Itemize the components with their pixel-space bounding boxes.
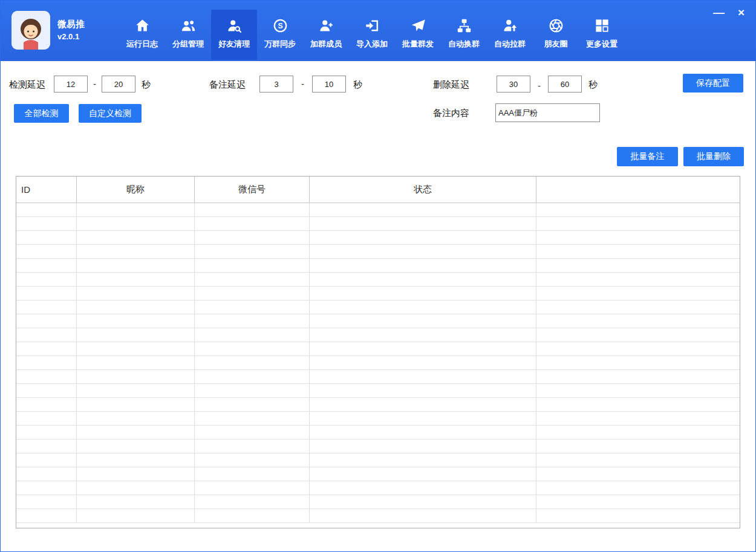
table-cell [195, 259, 310, 272]
table-cell [536, 426, 740, 439]
table-cell [310, 314, 536, 328]
table-cell [536, 300, 740, 314]
table-cell [16, 259, 77, 272]
delete-delay-label: 删除延迟 [433, 79, 469, 91]
app-window: 微易推 v2.0.1 — × 运行日志 分组管理 [0, 0, 756, 552]
friend-table-body [16, 203, 740, 523]
table-cell [16, 495, 77, 508]
table-cell [310, 384, 536, 397]
table-cell [310, 287, 536, 300]
nav-item-run-log[interactable]: 运行日志 [119, 10, 165, 60]
remark-content-input[interactable] [495, 103, 600, 122]
table-row [16, 342, 740, 356]
table-cell [16, 440, 77, 453]
table-row [16, 300, 740, 314]
nav-item-batch-send[interactable]: 批量群发 [395, 10, 441, 60]
table-cell [195, 287, 310, 300]
table-cell [310, 203, 536, 216]
table-cell [195, 300, 310, 314]
table-cell [77, 495, 195, 508]
remark-delay-label: 备注延迟 [209, 79, 246, 91]
users-icon [180, 18, 197, 34]
delete-delay-min-input[interactable] [497, 76, 530, 93]
detect-delay-label: 检测延迟 [9, 79, 45, 91]
nav-item-auto-switch-group[interactable]: 自动换群 [441, 10, 487, 60]
user-up-icon [502, 18, 518, 34]
table-cell [195, 481, 310, 495]
table-row [16, 245, 740, 259]
table-cell [310, 370, 536, 383]
nav-item-group-sync[interactable]: S 万群同步 [257, 10, 303, 60]
remark-delay-min-input[interactable] [259, 76, 293, 93]
batch-remark-button[interactable]: 批量备注 [617, 147, 678, 166]
nav-item-group-management[interactable]: 分组管理 [165, 10, 211, 60]
table-cell [310, 231, 536, 244]
home-icon [134, 18, 151, 34]
nav-item-moments[interactable]: 朋友圈 [533, 10, 579, 60]
table-cell [77, 203, 195, 216]
table-row [16, 453, 740, 467]
table-cell [536, 370, 740, 383]
detect-delay-unit: 秒 [142, 79, 151, 91]
nav-label: 运行日志 [126, 39, 158, 50]
table-cell [77, 245, 195, 258]
remark-delay-max-input[interactable] [312, 76, 346, 93]
table-cell [77, 300, 195, 314]
table-row [16, 384, 740, 398]
table-row [16, 495, 740, 509]
table-cell [536, 453, 740, 467]
app-title: 微易推 [57, 19, 85, 30]
nav-item-add-group-member[interactable]: 加群成员 [303, 10, 349, 60]
delete-delay-separator: - [538, 80, 541, 91]
save-config-button[interactable]: 保存配置 [683, 74, 743, 93]
detect-delay-separator: - [93, 79, 96, 89]
batch-delete-button[interactable]: 批量删除 [683, 147, 744, 166]
table-cell [16, 273, 77, 286]
table-cell [195, 217, 310, 230]
table-cell [16, 300, 77, 314]
table-cell [77, 440, 195, 453]
custom-check-button[interactable]: 自定义检测 [79, 104, 142, 123]
table-cell [536, 287, 740, 300]
table-cell [195, 509, 310, 522]
table-cell [536, 203, 740, 216]
table-cell [77, 356, 195, 369]
table-row [16, 314, 740, 328]
nav-label: 加群成员 [310, 39, 342, 50]
nav-item-auto-pull-group[interactable]: 自动拉群 [487, 10, 533, 60]
table-cell [77, 273, 195, 286]
table-cell [77, 398, 195, 411]
nav-item-more-settings[interactable]: 更多设置 [579, 10, 625, 60]
table-cell [77, 342, 195, 356]
nav-label: 好友清理 [218, 39, 250, 50]
table-cell [536, 259, 740, 272]
nav-label: 万群同步 [264, 39, 296, 50]
detect-delay-min-input[interactable] [54, 76, 88, 93]
minimize-button[interactable]: — [713, 7, 725, 18]
table-cell [310, 495, 536, 508]
table-cell [16, 481, 77, 495]
check-all-button[interactable]: 全部检测 [14, 104, 69, 123]
delete-delay-max-input[interactable] [548, 76, 582, 93]
nav-label: 更多设置 [586, 39, 618, 50]
table-cell [77, 314, 195, 328]
table-row [16, 259, 740, 273]
table-row [16, 509, 740, 523]
table-cell [16, 245, 77, 258]
table-cell [536, 273, 740, 286]
friend-table: ID 昵称 微信号 状态 [16, 176, 740, 528]
table-row [16, 412, 740, 426]
table-cell [195, 398, 310, 411]
app-version: v2.0.1 [57, 32, 79, 41]
table-cell [310, 412, 536, 425]
table-cell [536, 467, 740, 481]
table-row [16, 440, 740, 453]
detect-delay-max-input[interactable] [102, 76, 135, 93]
paper-plane-icon [410, 18, 426, 34]
nav-item-friend-cleanup[interactable]: 好友清理 [211, 10, 257, 60]
column-header-status: 状态 [310, 177, 536, 203]
nav-item-import-add[interactable]: 导入添加 [349, 10, 395, 60]
table-cell [195, 426, 310, 439]
table-cell [536, 440, 740, 453]
close-button[interactable]: × [738, 7, 745, 18]
